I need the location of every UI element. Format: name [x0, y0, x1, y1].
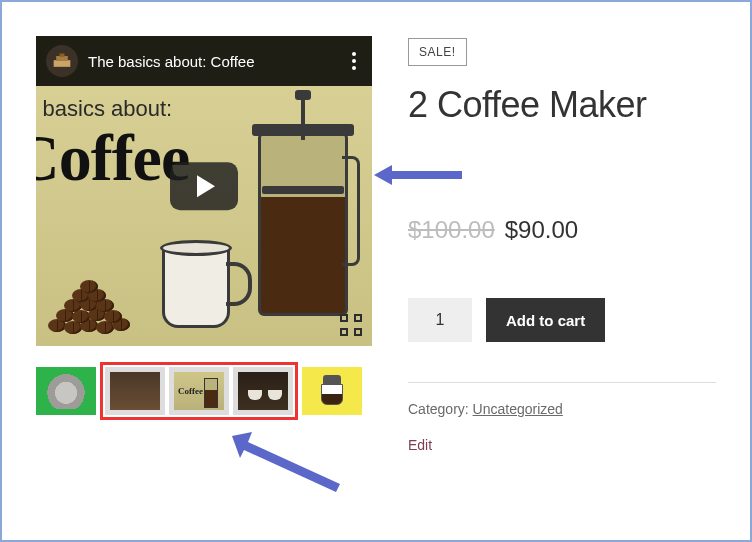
video-thumbnail: he basics about: Coffee [36, 86, 372, 346]
coffee-beans-illustration [42, 276, 162, 336]
old-price: $100.00 [408, 216, 495, 243]
product-video[interactable]: The basics about: Coffee he basics about… [36, 36, 372, 346]
video-header: The basics about: Coffee [36, 36, 372, 86]
svg-rect-2 [60, 54, 65, 57]
thumbnail-3-label: Coffee [178, 386, 203, 396]
product-title: 2 Coffee Maker [408, 84, 716, 126]
channel-logo-icon [46, 45, 78, 77]
thumbnail-5[interactable] [302, 367, 362, 415]
french-press-illustration [248, 96, 358, 326]
svg-rect-0 [54, 60, 71, 67]
edit-link[interactable]: Edit [408, 437, 432, 453]
fullscreen-icon[interactable] [340, 314, 362, 336]
price: $100.00$90.00 [408, 216, 716, 244]
thumbnail-1[interactable] [36, 367, 96, 415]
mug-illustration [162, 240, 248, 328]
thumbnail-3[interactable]: Coffee [169, 367, 229, 415]
thumbnail-2[interactable] [105, 367, 165, 415]
video-overlay-title: Coffee [36, 120, 189, 196]
current-price: $90.00 [505, 216, 578, 243]
sale-badge: SALE! [408, 38, 467, 66]
play-button-icon[interactable] [170, 162, 238, 210]
thumbnail-highlight-box: Coffee [100, 362, 298, 420]
quantity-input[interactable] [408, 298, 472, 342]
video-more-menu-icon[interactable] [346, 46, 362, 76]
category-label: Category: [408, 401, 473, 417]
divider [408, 382, 716, 383]
category-row: Category: Uncategorized [408, 401, 716, 417]
thumbnail-4[interactable] [233, 367, 293, 415]
video-overlay-subtitle: he basics about: [36, 96, 172, 122]
gallery-thumbnails: Coffee [36, 362, 372, 420]
add-to-cart-button[interactable]: Add to cart [486, 298, 605, 342]
category-link[interactable]: Uncategorized [473, 401, 563, 417]
video-title: The basics about: Coffee [88, 53, 336, 70]
